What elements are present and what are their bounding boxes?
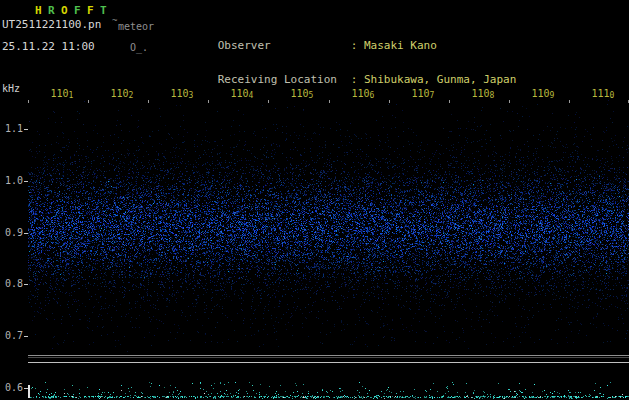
app-logo: HROFFT	[35, 4, 113, 17]
time-tick-label: 1108	[466, 88, 500, 99]
info-value: : Masaki Kano	[351, 39, 437, 52]
freq-tick-label: 1.0	[2, 175, 23, 186]
datetime-note: O_.	[130, 42, 148, 53]
observation-datetime: 25.11.22 11:00	[2, 40, 95, 53]
time-tick-minute: 5	[309, 91, 314, 100]
time-tick-main: 110	[111, 88, 129, 99]
time-tick-main: 111	[592, 88, 610, 99]
time-tick-minute: 0	[610, 91, 615, 100]
y-axis-unit-label: kHz	[2, 83, 20, 94]
time-tick-main: 110	[352, 88, 370, 99]
time-tick-label: 1105	[285, 88, 319, 99]
time-tick-minute: 9	[550, 91, 555, 100]
time-tick-minute: 7	[430, 91, 435, 100]
logo-letter: O	[61, 4, 74, 17]
info-label: Receiving Location	[218, 74, 351, 86]
time-tick-minute: 3	[189, 91, 194, 100]
time-tick-label: 1110	[586, 88, 620, 99]
time-tick-minute: 6	[370, 91, 375, 100]
time-tick-main: 110	[291, 88, 309, 99]
logo-letter: F	[87, 4, 100, 17]
station-mark: ~	[112, 15, 117, 25]
time-tick-label: 1102	[105, 88, 139, 99]
output-filename: UT2511221100.pn	[2, 18, 101, 31]
time-tick-main: 110	[51, 88, 69, 99]
time-tick-main: 110	[532, 88, 550, 99]
spectrogram-canvas	[24, 100, 629, 400]
time-tick-label: 1101	[45, 88, 79, 99]
freq-tick-label: 0.7	[2, 330, 23, 341]
freq-tick-label: 0.8	[2, 278, 23, 289]
logo-letter: H	[35, 4, 48, 17]
time-tick-label: 1106	[346, 88, 380, 99]
time-tick-minute: 2	[129, 91, 134, 100]
logo-letter: F	[74, 4, 87, 17]
info-row-location: Receiving Location: Shibukawa, Gunma, Ja…	[178, 63, 589, 75]
time-tick-minute: 4	[249, 91, 254, 100]
time-tick-main: 110	[171, 88, 189, 99]
freq-tick-label: 1.1	[2, 123, 23, 134]
time-tick-main: 110	[412, 88, 430, 99]
station-name: meteor	[118, 21, 154, 32]
hrofft-output-image: HROFFT UT2511221100.pn ~ meteor 25.11.22…	[0, 0, 629, 400]
time-tick-main: 110	[472, 88, 490, 99]
info-label: Observer	[218, 40, 351, 52]
logo-letter: R	[48, 4, 61, 17]
info-row-observer: Observer: Masaki Kano	[178, 28, 589, 40]
freq-tick-label: 0.9	[2, 227, 23, 238]
time-tick-label: 1107	[406, 88, 440, 99]
info-value: : Shibukawa, Gunma, Japan	[351, 73, 517, 86]
time-tick-minute: 1	[69, 91, 74, 100]
time-tick-label: 1103	[165, 88, 199, 99]
time-tick-label: 1109	[526, 88, 560, 99]
time-tick-minute: 8	[490, 91, 495, 100]
time-tick-label: 1104	[225, 88, 259, 99]
time-tick-main: 110	[231, 88, 249, 99]
freq-tick-label: 0.6	[2, 382, 23, 393]
